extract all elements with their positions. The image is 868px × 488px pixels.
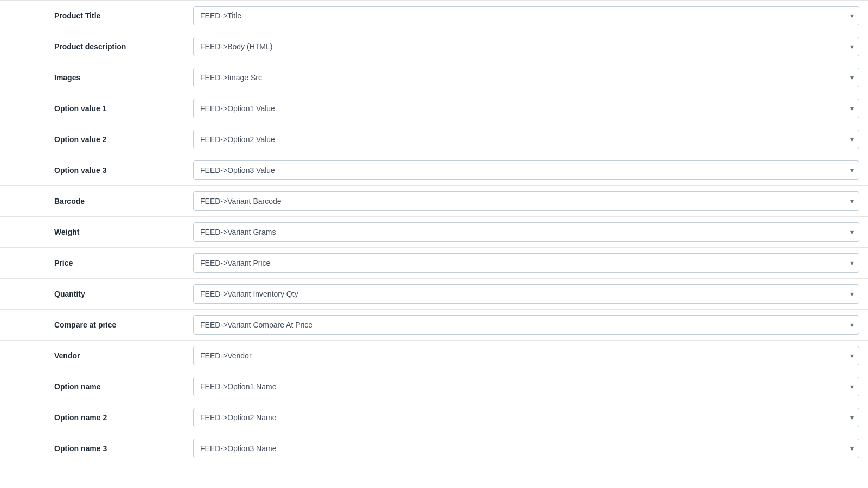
select-images[interactable]: FEED->Image Src: [193, 68, 859, 87]
form-row-barcode: BarcodeFEED->Variant Barcode: [0, 186, 868, 217]
label-barcode: Barcode: [0, 186, 184, 216]
select-option-name-3[interactable]: FEED->Option3 Name: [193, 439, 859, 458]
label-option-value-2: Option value 2: [0, 124, 184, 155]
label-images: Images: [0, 62, 184, 93]
select-wrapper-quantity: FEED->Variant Inventory Qty: [193, 284, 859, 304]
select-option-name[interactable]: FEED->Option1 Name: [193, 377, 859, 396]
select-wrapper-vendor: FEED->Vendor: [193, 346, 859, 365]
select-weight[interactable]: FEED->Variant Grams: [193, 222, 859, 242]
select-price[interactable]: FEED->Variant Price: [193, 253, 859, 273]
value-option-value-2: FEED->Option2 Value: [184, 124, 868, 155]
form-row-price: PriceFEED->Variant Price: [0, 248, 868, 279]
select-wrapper-product-title: FEED->Title: [193, 6, 859, 25]
select-wrapper-option-value-3: FEED->Option3 Value: [193, 160, 859, 180]
form-row-option-value-2: Option value 2FEED->Option2 Value: [0, 124, 868, 155]
select-compare-at-price[interactable]: FEED->Variant Compare At Price: [193, 315, 859, 335]
select-quantity[interactable]: FEED->Variant Inventory Qty: [193, 284, 859, 304]
value-quantity: FEED->Variant Inventory Qty: [184, 279, 868, 309]
label-option-name-3: Option name 3: [0, 433, 184, 464]
value-price: FEED->Variant Price: [184, 248, 868, 278]
select-wrapper-product-description: FEED->Body (HTML): [193, 37, 859, 56]
label-compare-at-price: Compare at price: [0, 310, 184, 340]
page-container: Product TitleFEED->TitleProduct descript…: [0, 0, 868, 488]
form-row-option-value-1: Option value 1FEED->Option1 Value: [0, 93, 868, 124]
form-row-option-name-2: Option name 2FEED->Option2 Name: [0, 402, 868, 433]
form-row-images: ImagesFEED->Image Src: [0, 62, 868, 93]
value-compare-at-price: FEED->Variant Compare At Price: [184, 310, 868, 340]
select-product-title[interactable]: FEED->Title: [193, 6, 859, 25]
form-row-weight: WeightFEED->Variant Grams: [0, 217, 868, 248]
label-option-name: Option name: [0, 371, 184, 402]
select-option-value-1[interactable]: FEED->Option1 Value: [193, 99, 859, 118]
label-price: Price: [0, 248, 184, 278]
value-option-name: FEED->Option1 Name: [184, 371, 868, 402]
select-wrapper-weight: FEED->Variant Grams: [193, 222, 859, 242]
select-wrapper-option-value-2: FEED->Option2 Value: [193, 130, 859, 149]
select-wrapper-barcode: FEED->Variant Barcode: [193, 191, 859, 211]
form-row-product-description: Product descriptionFEED->Body (HTML): [0, 31, 868, 62]
select-wrapper-option-name-2: FEED->Option2 Name: [193, 408, 859, 427]
select-option-value-3[interactable]: FEED->Option3 Value: [193, 160, 859, 180]
label-weight: Weight: [0, 217, 184, 247]
form-row-option-name: Option nameFEED->Option1 Name: [0, 371, 868, 402]
form-row-option-name-3: Option name 3FEED->Option3 Name: [0, 433, 868, 464]
select-product-description[interactable]: FEED->Body (HTML): [193, 37, 859, 56]
form-row-quantity: QuantityFEED->Variant Inventory Qty: [0, 279, 868, 310]
form-row-compare-at-price: Compare at priceFEED->Variant Compare At…: [0, 310, 868, 341]
value-option-name-2: FEED->Option2 Name: [184, 402, 868, 433]
label-product-title: Product Title: [0, 1, 184, 31]
select-option-name-2[interactable]: FEED->Option2 Name: [193, 408, 859, 427]
mapping-form: Product TitleFEED->TitleProduct descript…: [0, 0, 868, 464]
value-option-name-3: FEED->Option3 Name: [184, 433, 868, 464]
select-wrapper-compare-at-price: FEED->Variant Compare At Price: [193, 315, 859, 335]
select-wrapper-option-value-1: FEED->Option1 Value: [193, 99, 859, 118]
value-product-title: FEED->Title: [184, 1, 868, 31]
label-option-value-3: Option value 3: [0, 155, 184, 185]
select-wrapper-option-name-3: FEED->Option3 Name: [193, 439, 859, 458]
select-barcode[interactable]: FEED->Variant Barcode: [193, 191, 859, 211]
form-row-vendor: VendorFEED->Vendor: [0, 341, 868, 371]
value-option-value-1: FEED->Option1 Value: [184, 93, 868, 124]
select-vendor[interactable]: FEED->Vendor: [193, 346, 859, 365]
label-product-description: Product description: [0, 31, 184, 62]
select-wrapper-price: FEED->Variant Price: [193, 253, 859, 273]
label-option-value-1: Option value 1: [0, 93, 184, 124]
label-option-name-2: Option name 2: [0, 402, 184, 433]
select-wrapper-images: FEED->Image Src: [193, 68, 859, 87]
value-product-description: FEED->Body (HTML): [184, 31, 868, 62]
value-vendor: FEED->Vendor: [184, 341, 868, 371]
value-barcode: FEED->Variant Barcode: [184, 186, 868, 216]
value-option-value-3: FEED->Option3 Value: [184, 155, 868, 185]
value-images: FEED->Image Src: [184, 62, 868, 93]
form-row-option-value-3: Option value 3FEED->Option3 Value: [0, 155, 868, 186]
value-weight: FEED->Variant Grams: [184, 217, 868, 247]
label-vendor: Vendor: [0, 341, 184, 371]
select-wrapper-option-name: FEED->Option1 Name: [193, 377, 859, 396]
label-quantity: Quantity: [0, 279, 184, 309]
form-row-product-title: Product TitleFEED->Title: [0, 0, 868, 31]
select-option-value-2[interactable]: FEED->Option2 Value: [193, 130, 859, 149]
